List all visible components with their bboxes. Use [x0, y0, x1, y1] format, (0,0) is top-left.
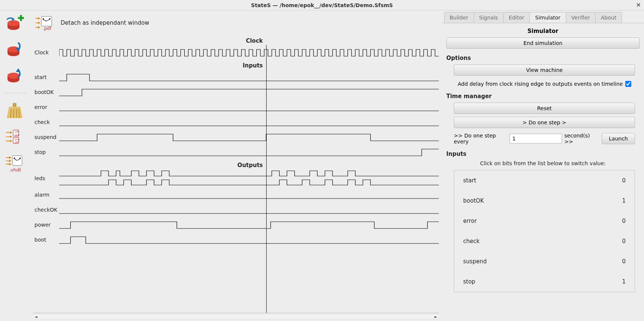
svg-marker-20 — [10, 136, 12, 138]
input-bit-start[interactable]: start0 — [454, 170, 635, 191]
end-simulation-button[interactable]: End simulation — [446, 37, 640, 49]
input-bit-error[interactable]: error0 — [454, 211, 635, 231]
export-image-icon[interactable]: .pdf .svg .png .jpg — [4, 127, 26, 146]
svg-text:.pdf: .pdf — [43, 26, 52, 31]
tab-about[interactable]: About — [595, 12, 622, 23]
load-machine-icon[interactable] — [4, 66, 26, 85]
close-icon[interactable]: ✕ — [636, 1, 641, 9]
launch-button[interactable]: Launch — [602, 133, 635, 144]
input-bit-check[interactable]: check0 — [454, 231, 635, 251]
timeline-area: .pdf Detach as independant window Clock … — [30, 10, 442, 321]
input-bit-stop[interactable]: stop1 — [454, 272, 635, 292]
new-machine-icon[interactable] — [4, 13, 26, 33]
delay-checkbox[interactable] — [625, 81, 631, 87]
panel-title: Simulator — [446, 28, 640, 34]
signal-label: start — [33, 74, 59, 80]
signal-label: suspend — [33, 134, 59, 140]
left-toolbar: .pdf .svg .png .jpg .vhdl — [0, 10, 30, 321]
do-one-step-button[interactable]: > Do one step > — [454, 117, 635, 128]
section-inputs: Inputs — [33, 62, 439, 69]
svg-marker-30 — [38, 26, 40, 29]
signal-label: leds — [33, 175, 59, 181]
signal-label-clock: Clock — [33, 49, 59, 55]
svg-point-32 — [43, 18, 44, 19]
input-bit-bootok[interactable]: bootOK1 — [454, 191, 635, 211]
signal-label: stop — [33, 149, 59, 155]
tab-verifier[interactable]: Verifier — [566, 12, 596, 23]
timeline-cursor[interactable] — [266, 45, 267, 313]
section-clock: Clock — [33, 37, 439, 44]
section-outputs: Outputs — [33, 162, 439, 169]
signal-label: alarm — [33, 192, 59, 198]
svg-marker-29 — [38, 22, 40, 24]
titlebar: StateS — /home/epok__/dev/StateS/Demo.Sf… — [0, 0, 644, 10]
clear-machine-icon[interactable] — [4, 101, 26, 120]
input-bits-list: start0 bootOK1 error0 check0 suspend0 st… — [454, 170, 635, 292]
inputs-heading: Inputs — [446, 151, 640, 157]
horizontal-scrollbar[interactable]: ◄ ► — [33, 313, 439, 320]
scroll-right-icon[interactable]: ► — [433, 313, 439, 320]
svg-text:.svg: .svg — [14, 133, 19, 136]
tab-signals[interactable]: Signals — [474, 12, 504, 23]
svg-point-33 — [49, 18, 50, 19]
options-heading: Options — [446, 55, 640, 61]
svg-rect-12 — [13, 103, 16, 107]
svg-marker-22 — [9, 156, 11, 159]
inputs-help-text: Click on bits from the list below to swi… — [446, 160, 640, 166]
signal-label: boot — [33, 237, 59, 243]
step-every-prefix: >> Do one step every — [454, 133, 507, 145]
tab-editor[interactable]: Editor — [503, 12, 530, 23]
scroll-left-icon[interactable]: ◄ — [33, 313, 39, 320]
svg-rect-31 — [41, 16, 52, 26]
svg-rect-25 — [12, 156, 22, 166]
svg-point-26 — [14, 158, 15, 159]
signal-label: checkOK — [33, 207, 59, 213]
window-title: StateS — /home/epok__/dev/StateS/Demo.Sf… — [251, 2, 393, 8]
signal-canvas-clock — [59, 45, 439, 60]
svg-point-10 — [7, 73, 19, 79]
toolbar-separator — [4, 93, 26, 93]
tab-bar: Builder Signals Editor Simulator Verifie… — [444, 12, 644, 23]
time-manager-heading: Time manager — [446, 93, 640, 100]
signal-label: power — [33, 222, 59, 228]
signal-label: error — [33, 104, 59, 110]
svg-marker-19 — [10, 131, 12, 134]
svg-point-2 — [7, 20, 19, 26]
svg-marker-23 — [9, 160, 11, 162]
svg-point-27 — [19, 158, 21, 159]
view-machine-button[interactable]: View machine — [454, 64, 635, 76]
reset-button[interactable]: Reset — [454, 103, 635, 114]
right-panel: Builder Signals Editor Simulator Verifie… — [442, 10, 644, 321]
step-every-suffix: second(s) >> — [564, 133, 597, 145]
signal-label: check — [33, 119, 59, 125]
export-pdf-icon[interactable]: .pdf — [33, 13, 56, 32]
svg-text:.jpg: .jpg — [14, 140, 19, 143]
svg-marker-24 — [9, 163, 11, 166]
signal-label: bootOK — [33, 89, 59, 95]
input-bit-suspend[interactable]: suspend0 — [454, 251, 635, 272]
tab-builder[interactable]: Builder — [444, 12, 474, 23]
detach-window-label[interactable]: Detach as independant window — [61, 19, 149, 26]
svg-marker-21 — [10, 140, 12, 142]
svg-marker-28 — [38, 17, 40, 19]
export-vhdl-icon[interactable]: .vhdl — [4, 153, 26, 173]
step-interval-input[interactable] — [510, 134, 562, 143]
tab-simulator[interactable]: Simulator — [529, 12, 566, 23]
signal-row-clock: Clock — [33, 45, 439, 60]
delay-checkbox-label: Add delay from clock rising edge to outp… — [458, 81, 623, 87]
save-machine-icon[interactable] — [4, 40, 26, 59]
vhdl-ext-label: .vhdl — [9, 167, 21, 173]
